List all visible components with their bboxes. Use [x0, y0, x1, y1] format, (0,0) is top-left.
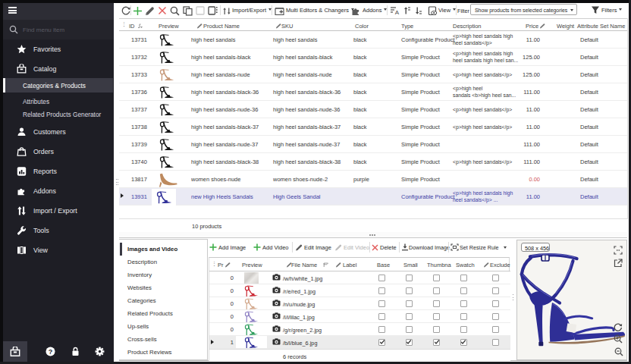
svg-text:?: ? — [49, 348, 53, 356]
svg-text:A: A — [395, 9, 400, 15]
